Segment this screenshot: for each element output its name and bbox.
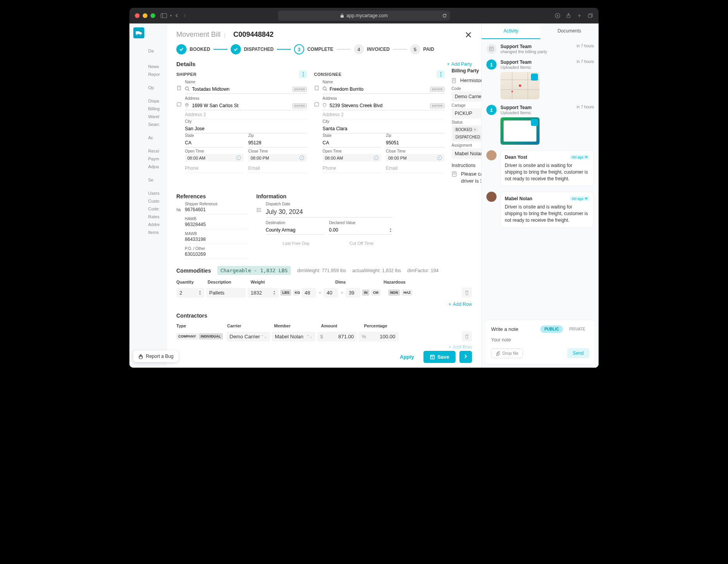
tabs-icon[interactable] <box>588 13 593 18</box>
shipper-address2[interactable]: Address 2 <box>185 110 307 119</box>
ref-mawb[interactable]: 86433198 <box>185 236 249 244</box>
step-invoiced[interactable]: 4 INVOICED <box>354 44 390 54</box>
note-input[interactable] <box>491 337 589 343</box>
member-select[interactable]: Mabel Nolan⌃⌄ <box>272 332 316 341</box>
sidebar-toggle-icon[interactable] <box>161 13 167 18</box>
delete-contractor-button[interactable] <box>462 331 472 341</box>
hazard-haz[interactable]: HAZ <box>402 289 413 296</box>
drop-file-button[interactable]: Drop file <box>491 348 523 358</box>
consignee-address-input[interactable] <box>330 102 429 109</box>
status-chip[interactable]: BOOKED× <box>453 127 479 133</box>
remove-icon[interactable]: × <box>474 128 476 132</box>
code-select[interactable]: Demo Carrier⌃⌄ <box>452 92 481 102</box>
dim2-input[interactable]: 40 <box>323 288 338 298</box>
close-window[interactable] <box>135 13 140 18</box>
address-bar[interactable]: app.mycartage.com <box>278 11 450 21</box>
type-company[interactable]: COMPANY <box>176 333 198 339</box>
unit-lbs[interactable]: LBS <box>280 289 291 296</box>
amount-input[interactable]: $ 871.00 <box>317 332 357 341</box>
shipper-city[interactable] <box>185 125 307 132</box>
apply-button[interactable]: Apply <box>394 351 420 363</box>
step-paid[interactable]: 5 PAID <box>410 44 434 54</box>
shipper-state[interactable] <box>185 139 244 146</box>
report-bug-button[interactable]: Report a Bug <box>133 350 178 362</box>
map-thumbnail[interactable]: 🌐 <box>500 72 540 99</box>
nav-items[interactable]: Items <box>148 228 167 236</box>
type-individual[interactable]: INDIVIDUAL <box>199 333 223 339</box>
description-input[interactable]: Pallets <box>206 288 246 298</box>
nav-dashboard[interactable]: Da <box>148 47 167 55</box>
nav-rates[interactable]: Rates <box>148 213 167 221</box>
declared-value-input[interactable] <box>329 226 388 234</box>
consignee-state[interactable] <box>323 139 381 146</box>
nav-search[interactable]: Searc <box>148 120 167 128</box>
consignee-email[interactable]: Email <box>386 164 445 173</box>
delete-row-button[interactable] <box>462 287 472 298</box>
visibility-public[interactable]: PUBLIC <box>540 325 563 333</box>
nav-forward-icon[interactable] <box>182 14 186 18</box>
refresh-icon[interactable] <box>442 13 447 18</box>
send-button[interactable]: Send <box>567 348 589 358</box>
chevron-down-icon[interactable]: ▾ <box>170 14 172 18</box>
close-modal-button[interactable] <box>465 31 472 38</box>
status-chip[interactable]: DISPATCHED× <box>453 134 481 140</box>
nav-report[interactable]: Repor <box>148 70 167 78</box>
shipper-name-input[interactable] <box>192 86 291 93</box>
ref-po[interactable]: 63010269 <box>185 251 249 259</box>
nav-back-icon[interactable] <box>175 14 179 18</box>
new-tab-icon[interactable] <box>577 13 582 18</box>
next-button[interactable] <box>459 351 472 363</box>
unit-cm[interactable]: CM <box>371 289 380 296</box>
cutoff-time-button[interactable]: Cut Off Time <box>331 239 392 248</box>
shipper-open-time[interactable]: 08:00 AM🕘 <box>185 154 244 162</box>
maximize-window[interactable] <box>151 13 155 18</box>
nav-payments[interactable]: Paym <box>148 155 167 163</box>
shipper-zip[interactable] <box>248 139 307 146</box>
shipper-address-input[interactable] <box>192 102 291 109</box>
nav-news[interactable]: News <box>148 63 167 70</box>
consignee-menu-button[interactable] <box>437 70 445 78</box>
consignee-address2[interactable]: Address 2 <box>323 110 445 119</box>
save-button[interactable]: Save <box>423 351 455 363</box>
step-complete[interactable]: 3 COMPLETE <box>294 44 334 54</box>
minimize-window[interactable] <box>143 13 147 18</box>
nav-receivable[interactable]: Recei <box>148 147 167 155</box>
consignee-city[interactable] <box>323 125 445 132</box>
cartage-select[interactable]: PICKUP⌃⌄ <box>452 108 481 119</box>
nav-codes[interactable]: Code: <box>148 205 167 213</box>
shipper-phone[interactable]: Phone <box>185 164 244 173</box>
status-select[interactable]: BOOKED× QUOTED× DISPATCHED× ASSIGNED× ⌃⌄ <box>452 125 481 142</box>
nav-accounts[interactable]: Ac <box>148 134 167 142</box>
weight-input[interactable]: 1832▲▼ <box>247 288 279 298</box>
dim3-input[interactable]: 39 <box>346 288 360 298</box>
visibility-private[interactable]: PRIVATE <box>565 325 589 333</box>
nav-dispatch[interactable]: Dispa <box>148 97 167 105</box>
hazard-non[interactable]: NON <box>388 289 400 296</box>
ref-hawb[interactable]: 96328445 <box>185 221 249 229</box>
unit-in[interactable]: IN <box>362 289 369 296</box>
nav-adjust[interactable]: Adjus <box>148 163 167 171</box>
consignee-close-time[interactable]: 08:00 PM🕘 <box>386 154 445 162</box>
screenshot-thumbnail[interactable]: 🌐 <box>500 117 540 145</box>
unit-kg[interactable]: KG <box>293 289 300 296</box>
ref-shipper[interactable]: 96764601 <box>185 206 249 214</box>
destination-input[interactable] <box>266 226 325 234</box>
consignee-name-input[interactable] <box>330 86 429 93</box>
add-commodity-row[interactable]: +Add Row <box>176 302 472 307</box>
shipper-email[interactable]: Email <box>248 164 307 173</box>
carrier-select[interactable]: Demo Carrier⌃⌄ <box>226 332 270 341</box>
consignee-zip[interactable] <box>386 139 445 146</box>
nav-settings[interactable]: Se <box>148 176 167 184</box>
add-party-button[interactable]: + Add Party <box>447 61 472 67</box>
nav-warehouse[interactable]: Warel <box>148 113 167 120</box>
percentage-input[interactable]: % 100.00 <box>359 332 398 341</box>
nav-customers[interactable]: Custo <box>148 197 167 205</box>
consignee-phone[interactable]: Phone <box>323 164 381 173</box>
shipper-menu-button[interactable] <box>299 70 307 78</box>
last-free-day-button[interactable]: Last Free Day <box>266 239 326 248</box>
download-icon[interactable] <box>555 13 560 18</box>
nav-billing[interactable]: Billing <box>148 105 167 113</box>
shipper-close-time[interactable]: 08:00 PM🕘 <box>248 154 307 162</box>
quantity-input[interactable]: 2▲▼ <box>176 288 204 298</box>
tab-documents[interactable]: Documents <box>540 23 599 39</box>
